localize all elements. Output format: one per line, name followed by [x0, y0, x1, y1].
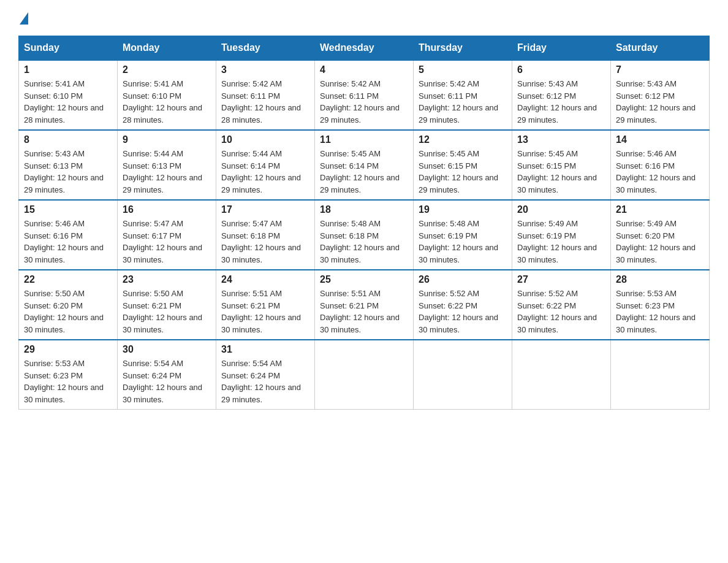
day-number: 11	[320, 134, 408, 145]
daylight-label: Daylight: 12 hours and 29 minutes.	[419, 103, 498, 124]
sunset-label: Sunset: 6:18 PM	[221, 231, 280, 240]
sunrise-label: Sunrise: 5:47 AM	[123, 219, 183, 228]
day-number: 7	[616, 64, 704, 75]
day-number: 25	[320, 274, 408, 285]
day-number: 22	[24, 274, 112, 285]
calendar-day-cell: 17 Sunrise: 5:47 AM Sunset: 6:18 PM Dayl…	[216, 200, 315, 270]
day-number: 27	[517, 274, 605, 285]
day-number: 30	[123, 344, 211, 355]
day-info: Sunrise: 5:51 AM Sunset: 6:21 PM Dayligh…	[320, 288, 408, 335]
daylight-label: Daylight: 12 hours and 30 minutes.	[616, 313, 696, 334]
sunrise-label: Sunrise: 5:54 AM	[221, 359, 282, 368]
sunset-label: Sunset: 6:24 PM	[221, 371, 280, 380]
sunrise-label: Sunrise: 5:42 AM	[221, 79, 282, 88]
daylight-label: Daylight: 12 hours and 29 minutes.	[221, 173, 301, 194]
day-info: Sunrise: 5:52 AM Sunset: 6:22 PM Dayligh…	[419, 288, 507, 335]
daylight-label: Daylight: 12 hours and 29 minutes.	[320, 103, 400, 124]
calendar-week-row: 1 Sunrise: 5:41 AM Sunset: 6:10 PM Dayli…	[19, 60, 710, 130]
day-info: Sunrise: 5:53 AM Sunset: 6:23 PM Dayligh…	[616, 288, 704, 335]
daylight-label: Daylight: 12 hours and 30 minutes.	[221, 243, 301, 264]
daylight-label: Daylight: 12 hours and 28 minutes.	[24, 103, 104, 124]
page-header	[18, 12, 710, 23]
day-info: Sunrise: 5:41 AM Sunset: 6:10 PM Dayligh…	[123, 78, 211, 126]
daylight-label: Daylight: 12 hours and 30 minutes.	[123, 243, 202, 264]
day-info: Sunrise: 5:46 AM Sunset: 6:16 PM Dayligh…	[616, 148, 704, 196]
sunset-label: Sunset: 6:10 PM	[123, 91, 181, 101]
sunset-label: Sunset: 6:13 PM	[123, 161, 181, 170]
sunset-label: Sunset: 6:15 PM	[419, 161, 477, 170]
calendar-day-cell: 21 Sunrise: 5:49 AM Sunset: 6:20 PM Dayl…	[611, 200, 710, 270]
calendar-header-monday: Monday	[118, 36, 216, 61]
sunrise-label: Sunrise: 5:53 AM	[24, 359, 85, 368]
day-info: Sunrise: 5:47 AM Sunset: 6:17 PM Dayligh…	[123, 218, 211, 266]
logo-triangle-icon	[20, 12, 28, 25]
daylight-label: Daylight: 12 hours and 30 minutes.	[320, 313, 400, 334]
sunset-label: Sunset: 6:23 PM	[24, 371, 83, 380]
sunset-label: Sunset: 6:20 PM	[616, 231, 675, 240]
calendar-day-cell: 10 Sunrise: 5:44 AM Sunset: 6:14 PM Dayl…	[216, 130, 315, 200]
calendar-day-cell: 2 Sunrise: 5:41 AM Sunset: 6:10 PM Dayli…	[118, 60, 216, 130]
day-number: 15	[24, 204, 112, 215]
sunrise-label: Sunrise: 5:43 AM	[24, 149, 85, 158]
sunset-label: Sunset: 6:21 PM	[123, 301, 181, 310]
sunrise-label: Sunrise: 5:44 AM	[123, 149, 183, 158]
calendar-day-cell: 31 Sunrise: 5:54 AM Sunset: 6:24 PM Dayl…	[216, 340, 315, 410]
sunrise-label: Sunrise: 5:42 AM	[320, 79, 381, 88]
sunrise-label: Sunrise: 5:43 AM	[517, 79, 578, 88]
day-info: Sunrise: 5:45 AM Sunset: 6:15 PM Dayligh…	[419, 148, 507, 196]
daylight-label: Daylight: 12 hours and 29 minutes.	[24, 173, 104, 194]
calendar-day-cell: 14 Sunrise: 5:46 AM Sunset: 6:16 PM Dayl…	[611, 130, 710, 200]
sunrise-label: Sunrise: 5:46 AM	[616, 149, 677, 158]
day-number: 9	[123, 134, 211, 145]
day-number: 8	[24, 134, 112, 145]
day-info: Sunrise: 5:44 AM Sunset: 6:14 PM Dayligh…	[221, 148, 309, 196]
sunset-label: Sunset: 6:11 PM	[221, 91, 280, 101]
daylight-label: Daylight: 12 hours and 29 minutes.	[517, 103, 597, 124]
calendar-day-cell: 8 Sunrise: 5:43 AM Sunset: 6:13 PM Dayli…	[19, 130, 118, 200]
day-number: 1	[24, 64, 112, 75]
day-number: 29	[24, 344, 112, 355]
calendar-empty-cell	[512, 340, 611, 410]
sunset-label: Sunset: 6:12 PM	[517, 91, 576, 101]
daylight-label: Daylight: 12 hours and 30 minutes.	[123, 383, 202, 404]
calendar-day-cell: 29 Sunrise: 5:53 AM Sunset: 6:23 PM Dayl…	[19, 340, 118, 410]
sunset-label: Sunset: 6:15 PM	[517, 161, 576, 170]
day-number: 23	[123, 274, 211, 285]
day-number: 2	[123, 64, 211, 75]
day-number: 24	[221, 274, 309, 285]
calendar-day-cell: 19 Sunrise: 5:48 AM Sunset: 6:19 PM Dayl…	[414, 200, 512, 270]
sunrise-label: Sunrise: 5:52 AM	[419, 289, 479, 298]
sunrise-label: Sunrise: 5:45 AM	[419, 149, 479, 158]
calendar-header-sunday: Sunday	[19, 36, 118, 61]
calendar-header-row: SundayMondayTuesdayWednesdayThursdayFrid…	[19, 36, 710, 61]
sunrise-label: Sunrise: 5:45 AM	[320, 149, 381, 158]
sunset-label: Sunset: 6:22 PM	[419, 301, 477, 310]
calendar-day-cell: 25 Sunrise: 5:51 AM Sunset: 6:21 PM Dayl…	[315, 270, 414, 340]
calendar-day-cell: 5 Sunrise: 5:42 AM Sunset: 6:11 PM Dayli…	[414, 60, 512, 130]
day-info: Sunrise: 5:53 AM Sunset: 6:23 PM Dayligh…	[24, 358, 112, 405]
day-info: Sunrise: 5:51 AM Sunset: 6:21 PM Dayligh…	[221, 288, 309, 335]
calendar-table: SundayMondayTuesdayWednesdayThursdayFrid…	[18, 36, 710, 410]
daylight-label: Daylight: 12 hours and 28 minutes.	[221, 103, 301, 124]
day-info: Sunrise: 5:43 AM Sunset: 6:12 PM Dayligh…	[616, 78, 704, 126]
day-number: 13	[517, 134, 605, 145]
sunrise-label: Sunrise: 5:42 AM	[419, 79, 479, 88]
calendar-day-cell: 13 Sunrise: 5:45 AM Sunset: 6:15 PM Dayl…	[512, 130, 611, 200]
day-info: Sunrise: 5:54 AM Sunset: 6:24 PM Dayligh…	[123, 358, 211, 405]
sunset-label: Sunset: 6:22 PM	[517, 301, 576, 310]
calendar-day-cell: 28 Sunrise: 5:53 AM Sunset: 6:23 PM Dayl…	[611, 270, 710, 340]
day-info: Sunrise: 5:49 AM Sunset: 6:19 PM Dayligh…	[517, 218, 605, 266]
daylight-label: Daylight: 12 hours and 30 minutes.	[616, 173, 696, 194]
daylight-label: Daylight: 12 hours and 30 minutes.	[24, 383, 104, 404]
sunrise-label: Sunrise: 5:44 AM	[221, 149, 282, 158]
sunset-label: Sunset: 6:14 PM	[320, 161, 379, 170]
daylight-label: Daylight: 12 hours and 30 minutes.	[221, 313, 301, 334]
sunrise-label: Sunrise: 5:51 AM	[221, 289, 282, 298]
day-number: 3	[221, 64, 309, 75]
calendar-day-cell: 22 Sunrise: 5:50 AM Sunset: 6:20 PM Dayl…	[19, 270, 118, 340]
daylight-label: Daylight: 12 hours and 29 minutes.	[419, 173, 498, 194]
day-number: 4	[320, 64, 408, 75]
calendar-week-row: 8 Sunrise: 5:43 AM Sunset: 6:13 PM Dayli…	[19, 130, 710, 200]
daylight-label: Daylight: 12 hours and 29 minutes.	[320, 173, 400, 194]
sunrise-label: Sunrise: 5:49 AM	[517, 219, 578, 228]
